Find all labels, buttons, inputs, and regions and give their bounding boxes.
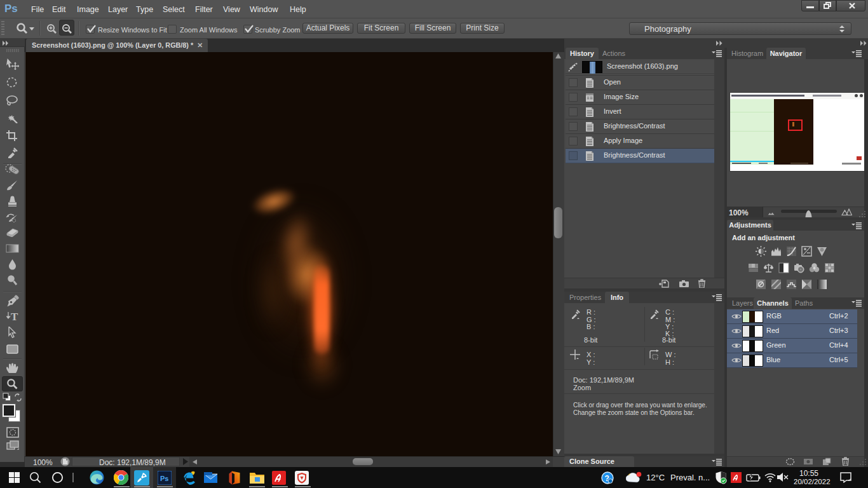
svg-text:Ps: Ps — [160, 475, 168, 482]
svg-text:T: T — [11, 311, 18, 322]
